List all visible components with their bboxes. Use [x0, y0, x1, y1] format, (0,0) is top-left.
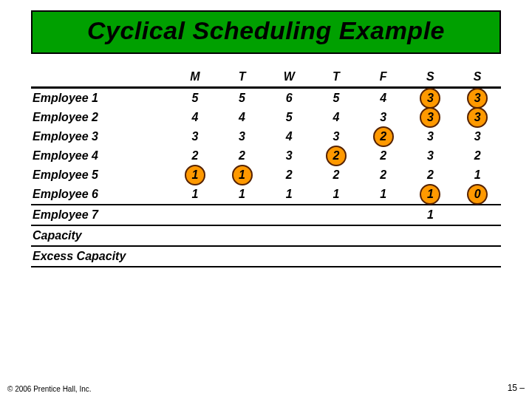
data-cell: 2 — [265, 166, 313, 185]
table-row: Employee 61111110 — [31, 185, 501, 205]
excess-capacity-label: Excess Capacity — [31, 246, 171, 267]
schedule-table: MTWTFSS Employee 15565433Employee 244543… — [31, 67, 501, 267]
data-cell: 5 — [265, 108, 313, 127]
table-row: Employee 24454333 — [31, 108, 501, 127]
data-cell: 3 — [407, 146, 454, 166]
col-header: S — [407, 67, 454, 88]
data-cell: 2 — [313, 166, 360, 185]
table-row: Capacity — [31, 225, 501, 246]
data-cell: 5 — [219, 88, 266, 109]
data-cell: 2 — [454, 146, 501, 166]
data-cell: 3 — [219, 127, 266, 146]
data-cell: 3 — [407, 127, 454, 146]
data-cell: 2 — [219, 146, 266, 166]
col-header: W — [265, 67, 313, 88]
table-row: Employee 15565433 — [31, 88, 501, 109]
row-label: Employee 3 — [31, 127, 171, 146]
row-label: Employee 4 — [31, 146, 171, 166]
data-cell: 4 — [360, 88, 407, 109]
data-cell: 3 — [407, 108, 454, 127]
data-cell: 1 — [360, 185, 407, 205]
row-label: Employee 1 — [31, 88, 171, 109]
data-cell: 3 — [407, 88, 454, 109]
data-cell: 1 — [171, 185, 219, 205]
table-row: Employee 51122221 — [31, 166, 501, 185]
row-label: Employee 7 — [31, 205, 171, 225]
data-cell: 1 — [454, 166, 501, 185]
capacity-label: Capacity — [31, 225, 171, 246]
page-number: 15 – — [508, 383, 525, 393]
data-cell — [313, 205, 360, 225]
table-row: Excess Capacity — [31, 246, 501, 267]
col-header: T — [313, 67, 360, 88]
title-banner: Cyclical Scheduling Example — [31, 10, 501, 54]
table-header-row: MTWTFSS — [31, 67, 501, 88]
data-cell: 1 — [407, 185, 454, 205]
data-cell: 1 — [313, 185, 360, 205]
data-cell: 0 — [454, 185, 501, 205]
data-cell: 6 — [265, 88, 313, 109]
data-cell: 4 — [313, 108, 360, 127]
row-label: Employee 5 — [31, 166, 171, 185]
data-cell: 3 — [454, 88, 501, 109]
data-cell: 2 — [407, 166, 454, 185]
schedule-table-container: MTWTFSS Employee 15565433Employee 244543… — [31, 67, 501, 267]
data-cell: 2 — [360, 127, 407, 146]
data-cell — [454, 205, 501, 225]
data-cell: 1 — [219, 185, 266, 205]
copyright-text: © 2006 Prentice Hall, Inc. — [7, 385, 92, 393]
data-cell — [360, 205, 407, 225]
data-cell: 3 — [360, 108, 407, 127]
table-row: Employee 33343233 — [31, 127, 501, 146]
data-cell: 2 — [171, 146, 219, 166]
data-cell: 4 — [265, 127, 313, 146]
data-cell: 3 — [454, 127, 501, 146]
col-header: F — [360, 67, 407, 88]
data-cell: 3 — [171, 127, 219, 146]
data-cell: 2 — [313, 146, 360, 166]
data-cell: 2 — [360, 166, 407, 185]
data-cell: 1 — [265, 185, 313, 205]
data-cell: 1 — [219, 166, 266, 185]
data-cell: 4 — [171, 108, 219, 127]
col-header: S — [454, 67, 501, 88]
data-cell — [171, 205, 219, 225]
data-cell: 2 — [360, 146, 407, 166]
data-cell — [219, 205, 266, 225]
page-title: Cyclical Scheduling Example — [35, 16, 497, 45]
data-cell — [265, 205, 313, 225]
data-cell: 5 — [171, 88, 219, 109]
data-cell: 3 — [313, 127, 360, 146]
row-label: Employee 2 — [31, 108, 171, 127]
data-cell: 4 — [219, 108, 266, 127]
col-header: M — [171, 67, 219, 88]
data-cell: 5 — [313, 88, 360, 109]
row-label: Employee 6 — [31, 185, 171, 205]
data-cell: 1 — [407, 205, 454, 225]
col-header: T — [219, 67, 266, 88]
data-cell: 3 — [265, 146, 313, 166]
table-row: Employee 42232232 — [31, 146, 501, 166]
data-cell: 1 — [171, 166, 219, 185]
table-row: Employee 71 — [31, 205, 501, 225]
data-cell: 3 — [454, 108, 501, 127]
